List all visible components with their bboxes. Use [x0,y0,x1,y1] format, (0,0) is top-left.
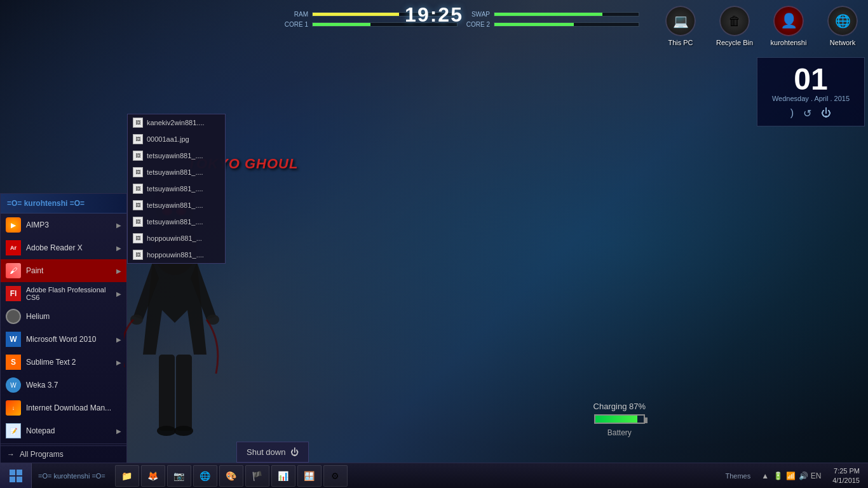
flash-label: Adobe Flash Professional CS6 [26,286,111,301]
desktop-icon-network[interactable]: 🌐 Network [820,3,865,49]
battery-tip-icon [645,417,648,423]
core2-label: CORE 2 [461,21,490,28]
firefox-icon: 🦊 [147,470,159,482]
shutdown-button[interactable]: Shut down ⏻ [236,442,309,463]
user-icon-label: kurohtenshi [771,39,807,46]
submenu-item-8[interactable]: 🖼 hoppouwin881_... [128,230,225,247]
volume-tray-icon[interactable]: 🔊 [798,471,808,481]
user-icon: 👤 [773,6,804,36]
adobe-reader-label: Adobe Reader X [26,243,111,252]
desktop-icon-thispc[interactable]: 💻 This PC [658,3,703,49]
clock-time: 19:25 [405,3,463,27]
word-icon: W [6,332,21,347]
word-label: Microsoft Word 2010 [26,335,111,344]
menu-item-idm[interactable]: ↓ Internet Download Man... [1,396,126,419]
shutdown-cal-button[interactable]: ⏻ [821,107,831,119]
file-icon-7: 🖼 [133,217,143,227]
taskbar-app-globe[interactable]: 🌐 [193,465,217,487]
menu-item-aimp3[interactable]: ▶ AIMP3 ▶ [1,214,126,236]
taskbar-tray: ▲ 🔋 📶 🔊 EN [757,471,824,481]
thispc-label: This PC [668,39,693,46]
globe-icon: 🌐 [199,470,212,482]
notepad-arrow: ▶ [116,428,121,435]
file-icon-5: 🖼 [133,184,143,194]
network-icon: 🌐 [827,6,858,36]
menu-item-helium[interactable]: Helium [1,305,126,328]
menu-item-word[interactable]: W Microsoft Word 2010 ▶ [1,328,126,351]
notepad-icon: 📝 [6,423,21,438]
swap-bar-fill [494,13,602,16]
file-icon-9: 🖼 [133,250,143,260]
file-icon-8: 🖼 [133,233,143,243]
word-arrow: ▶ [116,336,121,343]
battery-text: Charging 87% [593,402,646,411]
taskbar-app-9[interactable]: ⚙ [323,465,348,487]
network-label: Network [830,39,855,46]
app7-icon: 📊 [277,470,290,482]
adobe-reader-icon: Ar [6,240,21,255]
start-button[interactable] [0,463,32,489]
all-programs-arrow-icon: → [7,450,15,459]
submenu-label-1: kanekiv2win881.... [147,119,205,126]
taskbar-user-label: =O= kurohtenshi =O= [32,472,112,480]
taskbar-app-media[interactable]: 📷 [167,465,191,487]
submenu-item-6[interactable]: 🖼 tetsuyawin881_.... [128,197,225,214]
menu-item-notepad[interactable]: 📝 Notepad ▶ [1,419,126,442]
taskbar-app-explorer[interactable]: 📁 [115,465,139,487]
menu-separator [1,444,126,444]
menu-item-adobe-reader[interactable]: Ar Adobe Reader X ▶ [1,236,126,259]
submenu-label-5: tetsuyawin881_.... [147,185,203,193]
recycle-icon: 🗑 [719,6,750,36]
menu-item-weka[interactable]: W Weka 3.7 [1,374,126,396]
submenu-label-6: tetsuyawin881_.... [147,201,203,209]
all-programs-button[interactable]: → All Programs [7,450,120,459]
restart-button[interactable]: ↺ [803,107,811,119]
all-programs-label: All Programs [20,450,64,459]
taskbar-clock[interactable]: 7:25 PM 4/1/2015 [827,466,865,485]
windows-logo [10,470,22,482]
sleep-button[interactable]: ) [790,107,794,119]
menu-item-sublime[interactable]: S Sublime Text 2 ▶ [1,351,126,374]
menu-item-paint[interactable]: 🖌 Paint ▶ [1,259,126,282]
taskbar-app-flag[interactable]: 🏴 [245,465,269,487]
start-menu-header: =O= kurohtenshi =O= [1,194,126,214]
battery-bar-container [594,414,645,424]
lang-tray-icon[interactable]: EN [811,471,821,481]
calendar-day: 01 [764,64,858,95]
desktop-icon-user[interactable]: 👤 kurohtenshi [766,3,811,49]
shutdown-icon: ⏻ [290,447,299,457]
menu-item-flash[interactable]: Fl Adobe Flash Professional CS6 ▶ [1,282,126,305]
desktop-icon-recycle[interactable]: 🗑 Recycle Bin [712,3,757,49]
submenu-item-9[interactable]: 🖼 hoppouwin881_.... [128,247,225,263]
network-tray-icon[interactable]: 📶 [785,471,796,481]
file-icon-6: 🖼 [133,200,143,210]
weka-icon: W [6,377,21,393]
battery-label: Battery [593,428,646,437]
file-icon-4: 🖼 [133,167,143,177]
desktop: RAM SWAP CORE 1 CORE 2 19:25 💻 [0,0,868,488]
taskbar-app-firefox[interactable]: 🦊 [141,465,165,487]
calendar-controls: ) ↺ ⏻ [764,107,858,119]
aimp3-arrow: ▶ [116,222,121,229]
battery-tray-icon[interactable]: 🔋 [773,471,783,481]
calendar-date: Wednesday . April . 2015 [764,95,858,102]
submenu-item-7[interactable]: 🖼 tetsuyawin881_.... [128,214,225,230]
taskbar-app-7[interactable]: 📊 [271,465,295,487]
tray-expand[interactable]: ▲ [760,471,770,481]
desktop-icons: 💻 This PC 🗑 Recycle Bin 👤 kurohtenshi 🌐 … [658,3,865,49]
submenu-item-5[interactable]: 🖼 tetsuyawin881_.... [128,180,225,197]
submenu-item-4[interactable]: 🖼 tetsuyawin881_.... [128,164,225,180]
paint-icon: 🖌 [6,263,21,278]
notepad-label: Notepad [26,426,111,435]
taskbar-app-8[interactable]: 🪟 [297,465,322,487]
submenu-item-1[interactable]: 🖼 kanekiv2win881.... [128,114,225,131]
submenu-label-7: tetsuyawin881_.... [147,218,203,226]
taskbar-app-ps[interactable]: 🎨 [219,465,243,487]
submenu-item-2[interactable]: 🖼 00001aa1.jpg [128,131,225,147]
media-icon: 📷 [173,470,186,482]
taskbar-right: Themes ▲ 🔋 📶 🔊 EN 7:25 PM 4/1/2015 [719,466,868,485]
themes-label: Themes [722,472,754,480]
aimp3-label: AIMP3 [26,220,111,229]
submenu-item-3[interactable]: 🖼 tetsuyawin881_.... [128,147,225,164]
recycle-icon-img: 🗑 [719,6,750,36]
